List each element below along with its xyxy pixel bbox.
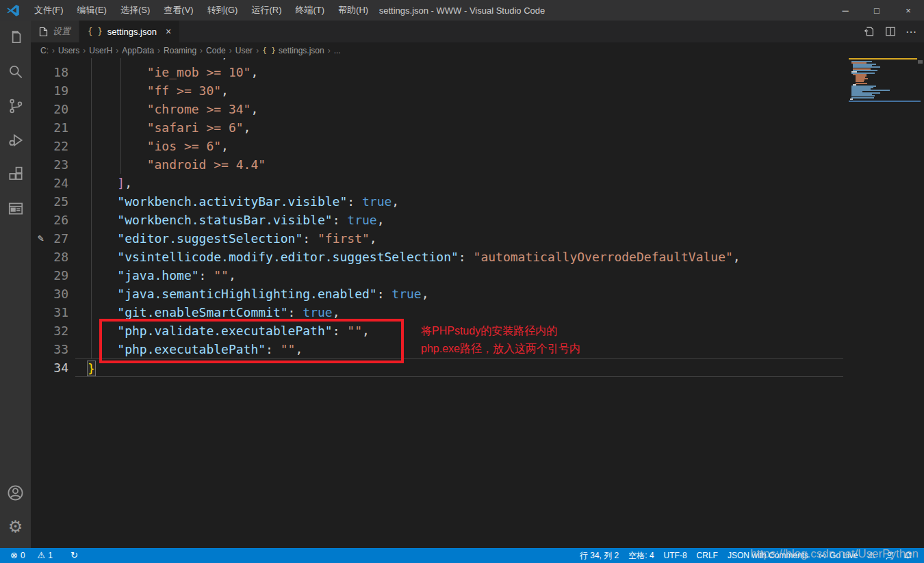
breadcrumb-label: Code bbox=[206, 46, 226, 55]
line-number[interactable]: 30 bbox=[31, 285, 75, 303]
line-number[interactable]: 23 bbox=[31, 155, 75, 174]
menu-item[interactable]: 终端(T) bbox=[288, 0, 331, 21]
breadcrumb-separator: › bbox=[116, 46, 118, 55]
code-text: ], bbox=[75, 174, 843, 192]
tabs: 设置{ }settings.json× bbox=[31, 21, 180, 42]
tab-label: settings.json bbox=[107, 27, 157, 37]
breadcrumb-label: ... bbox=[334, 46, 341, 55]
menu-item[interactable]: 文件(F) bbox=[27, 0, 70, 21]
code-line[interactable]: 17 "ie >= 10", bbox=[31, 58, 924, 63]
code-line[interactable]: 21 "safari >= 6", bbox=[31, 118, 924, 137]
menu-item[interactable]: 查看(V) bbox=[157, 0, 200, 21]
line-number[interactable]: 29 bbox=[31, 266, 75, 285]
code-text: "java.home": "", bbox=[75, 266, 843, 285]
line-number[interactable]: 28 bbox=[31, 248, 75, 266]
breadcrumb-item[interactable]: User bbox=[235, 46, 253, 55]
line-number[interactable]: 25 bbox=[31, 192, 75, 211]
line-number[interactable]: 17 bbox=[31, 58, 75, 63]
code-line[interactable]: 19 "ff >= 30", bbox=[31, 81, 924, 100]
code-line[interactable]: 20 "chrome >= 34", bbox=[31, 100, 924, 118]
line-number[interactable]: 34 bbox=[31, 358, 75, 377]
maximize-button[interactable]: □ bbox=[861, 0, 893, 21]
minimize-button[interactable]: ─ bbox=[830, 0, 861, 21]
menu-item[interactable]: 转到(G) bbox=[201, 0, 245, 21]
status-item[interactable]: UTF-8 bbox=[659, 548, 692, 563]
status-item[interactable]: 空格: 4 bbox=[624, 548, 658, 563]
code-line[interactable]: 28 "vsintellicode.modify.editor.suggestS… bbox=[31, 248, 924, 266]
breadcrumb-item[interactable]: Code bbox=[206, 46, 226, 55]
menu-item[interactable]: 帮助(H) bbox=[331, 0, 375, 21]
breadcrumb-item[interactable]: Roaming bbox=[164, 46, 196, 55]
status-item[interactable]: ⚠1 bbox=[33, 548, 57, 563]
minimap[interactable] bbox=[849, 58, 917, 105]
status-item[interactable]: CRLF bbox=[692, 548, 723, 563]
code-line[interactable]: 26 "workbench.statusBar.visible": true, bbox=[31, 211, 924, 229]
status-item-label: 行 34, 列 2 bbox=[580, 550, 619, 562]
annotation-line-1: 将PHPstudy的安装路径内的 bbox=[421, 322, 580, 340]
breadcrumb-separator: › bbox=[83, 46, 86, 55]
line-number[interactable]: 32 bbox=[31, 322, 75, 340]
code-line[interactable]: 18 "ie_mob >= 10", bbox=[31, 63, 924, 81]
status-item-label: CRLF bbox=[697, 551, 718, 560]
code-line[interactable]: ✎27 "editor.suggestSelection": "first", bbox=[31, 229, 924, 248]
editor-pane[interactable]: 17 "ie >= 10",18 "ie_mob >= 10",19 "ff >… bbox=[31, 58, 924, 548]
activity-browser-preview[interactable] bbox=[0, 192, 31, 226]
code-line[interactable]: 22 "ios >= 6", bbox=[31, 137, 924, 155]
breadcrumb-item[interactable]: Users bbox=[58, 46, 79, 55]
activity-run-debug[interactable] bbox=[0, 123, 31, 157]
minimap-line bbox=[850, 99, 853, 100]
accounts-icon bbox=[6, 484, 25, 502]
line-number[interactable]: 24 bbox=[31, 174, 75, 192]
explorer-icon bbox=[7, 29, 25, 47]
line-number[interactable]: ✎27 bbox=[31, 229, 75, 248]
warning-triangle-icon: ⚠ bbox=[38, 548, 46, 563]
breadcrumb-item[interactable]: { }settings.json bbox=[262, 46, 324, 55]
line-number[interactable]: 18 bbox=[31, 63, 75, 81]
pencil-icon[interactable]: ✎ bbox=[38, 229, 44, 248]
tab-settings.json[interactable]: { }settings.json× bbox=[79, 21, 180, 42]
code-line[interactable]: 30 "java.semanticHighlighting.enabled": … bbox=[31, 285, 924, 303]
menu-item[interactable]: 运行(R) bbox=[244, 0, 288, 21]
code-line[interactable]: 23 "android >= 4.4" bbox=[31, 155, 924, 174]
tab-设置[interactable]: 设置 bbox=[31, 21, 79, 42]
menu-item[interactable]: 选择(S) bbox=[114, 0, 157, 21]
file-icon bbox=[39, 27, 48, 37]
menu-item[interactable]: 编辑(E) bbox=[70, 0, 114, 21]
line-number[interactable]: 20 bbox=[31, 100, 75, 118]
more-actions-button[interactable]: ⋯ bbox=[906, 25, 917, 38]
line-number[interactable]: 22 bbox=[31, 137, 75, 155]
breadcrumb-item[interactable]: UserH bbox=[89, 46, 112, 55]
close-button[interactable]: × bbox=[893, 0, 924, 21]
line-number[interactable]: 21 bbox=[31, 118, 75, 137]
editor-actions: ⋯ bbox=[863, 21, 924, 42]
tab-close-icon[interactable]: × bbox=[166, 26, 171, 37]
activity-source-control[interactable] bbox=[0, 89, 31, 123]
breadcrumb-label: User bbox=[235, 46, 253, 55]
code-line[interactable]: 29 "java.home": "", bbox=[31, 266, 924, 285]
overview-ruler-marker[interactable] bbox=[918, 60, 923, 64]
line-number[interactable]: 26 bbox=[31, 211, 75, 229]
status-item[interactable]: 行 34, 列 2 bbox=[575, 548, 624, 563]
breadcrumb-item[interactable]: C: bbox=[40, 46, 49, 55]
activity-search[interactable] bbox=[0, 55, 31, 89]
status-item[interactable]: ⊗0 bbox=[5, 548, 30, 563]
activity-settings-gear[interactable]: ⚙ bbox=[0, 510, 31, 544]
code-text: "vsintellicode.modify.editor.suggestSele… bbox=[75, 248, 843, 266]
open-settings-ui-button[interactable] bbox=[863, 25, 875, 38]
status-item[interactable]: ↻ bbox=[60, 548, 83, 563]
line-number[interactable]: 19 bbox=[31, 81, 75, 100]
breadcrumb-item[interactable]: AppData bbox=[122, 46, 154, 55]
code-line[interactable]: 25 "workbench.activityBar.visible": true… bbox=[31, 192, 924, 211]
activity-extensions[interactable] bbox=[0, 157, 31, 192]
split-editor-button[interactable] bbox=[885, 26, 896, 37]
indent-guide bbox=[120, 58, 121, 174]
code-text: "editor.suggestSelection": "first", bbox=[75, 229, 843, 248]
line-number[interactable]: 31 bbox=[31, 303, 75, 322]
search-icon bbox=[7, 63, 25, 81]
code-line[interactable]: 24 ], bbox=[31, 174, 924, 192]
breadcrumb-item[interactable]: ... bbox=[334, 46, 341, 55]
activity-explorer[interactable] bbox=[0, 21, 31, 55]
activity-accounts[interactable] bbox=[0, 475, 31, 510]
breadcrumb-separator: › bbox=[200, 46, 203, 55]
line-number[interactable]: 33 bbox=[31, 340, 75, 358]
